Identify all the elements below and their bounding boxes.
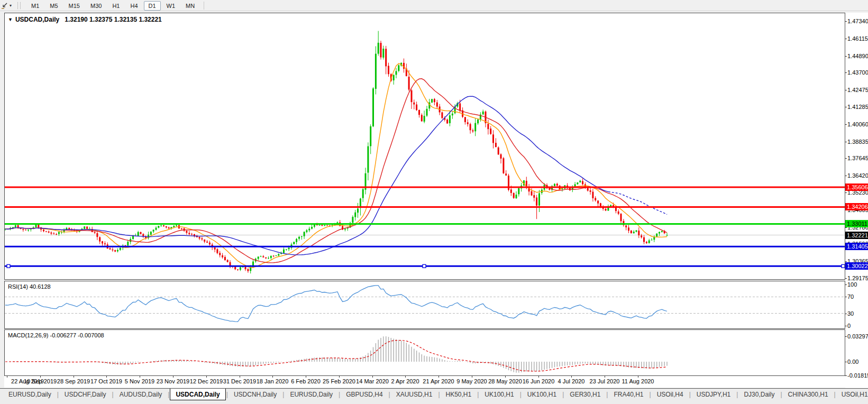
price-badge-1.33011: 1.33011	[845, 220, 868, 227]
tab-usdcad-daily[interactable]: USDCAD,Daily	[170, 389, 225, 400]
tab-eurusd-daily[interactable]: EURUSD,Daily	[3, 389, 57, 400]
date-tick	[505, 376, 506, 378]
rsi-tick-label: 30	[847, 310, 854, 317]
date-tick	[405, 376, 406, 378]
tab-usoil-h4[interactable]: USOil,H4	[652, 389, 689, 400]
macd-label: MACD(12,26,9) -0.006277 -0.007008	[8, 332, 104, 338]
tab-usdcnh-daily[interactable]: USDCNH,Daily	[229, 389, 282, 400]
macd-tick-label: 0.00	[847, 359, 858, 365]
tab-fra40-h1[interactable]: FRA40,H1	[608, 389, 648, 400]
price-badge-1.32221: 1.32221	[845, 232, 868, 239]
price-tick-label: 1.46115	[847, 35, 868, 42]
date-tick	[40, 376, 41, 378]
tab-gbpusd-h4[interactable]: GBPUSD,H4	[341, 389, 388, 400]
tab-ger30-h1[interactable]: GER30,H1	[564, 389, 606, 400]
price-badge-1.35606: 1.35606	[845, 183, 868, 191]
ma-slow-line-dashed-tail	[608, 192, 667, 215]
timeframe-button-M15[interactable]: M15	[64, 1, 85, 11]
date-tick	[206, 376, 207, 378]
date-tick	[7, 376, 7, 378]
timeframe-button-D1[interactable]: D1	[144, 1, 161, 11]
date-tick	[173, 376, 173, 378]
price-badge-1.30022: 1.30022	[845, 262, 868, 270]
toolbar-grip[interactable]	[17, 2, 21, 9]
dropdown-caret-icon[interactable]: ▾	[10, 3, 12, 8]
chart-title: ▼ USDCAD,Daily 1.32190 1.32375 1.32135 1…	[8, 16, 162, 23]
rsi-line	[5, 286, 667, 322]
tab-usoil-h1[interactable]: USOil,H1	[836, 389, 868, 400]
date-tick	[638, 376, 638, 378]
timeframe-button-M5[interactable]: M5	[45, 1, 62, 11]
date-tick	[339, 376, 340, 378]
price-tick-label: 1.42475	[847, 87, 868, 93]
tab-uk100-h1[interactable]: UK100,H1	[479, 389, 519, 400]
line-handle[interactable]	[842, 264, 845, 268]
date-tick	[472, 376, 472, 378]
rsi-tick-label: 0	[847, 323, 851, 329]
tab-uk100-h1[interactable]: UK100,H1	[522, 389, 562, 400]
price-tick-label: 1.47340	[847, 18, 868, 24]
line-tool-icon[interactable]	[1, 2, 8, 9]
price-badge-1.34206: 1.34206	[845, 203, 868, 210]
tab-bar: EURUSD,Daily|USDCHF,Daily|AUDUSD,Daily|U…	[0, 388, 868, 404]
price-tick-label: 1.38835	[847, 139, 868, 145]
timeframe-button-M30[interactable]: M30	[86, 1, 106, 11]
timeframe-button-H4[interactable]: H4	[125, 1, 142, 11]
tab-eurusd-daily[interactable]: EURUSD,Daily	[285, 389, 338, 400]
timeframe-button-MN[interactable]: MN	[181, 1, 199, 11]
price-tick-label: 1.29175	[847, 275, 868, 281]
date-axis: 22 Aug 201910 Sep 201928 Sep 201917 Oct …	[4, 376, 845, 388]
toolbar: ▾ M1M5M15M30H1H4D1W1MN	[0, 0, 868, 11]
price-axis: 1.473401.461151.448901.437001.424751.412…	[845, 13, 868, 388]
macd-tick-label: 0.032972	[847, 333, 868, 339]
date-tick	[106, 376, 107, 378]
timeframe-button-W1[interactable]: W1	[162, 1, 180, 11]
timeframe-button-H1[interactable]: H1	[107, 1, 124, 11]
date-tick	[571, 376, 572, 378]
price-tick-label: 1.36420	[847, 172, 868, 179]
tab-china300-h1[interactable]: CHINA300,H1	[783, 389, 834, 400]
date-tick	[240, 376, 240, 378]
price-chart-canvas[interactable]	[5, 13, 845, 279]
macd-tick-label: -0.018154	[847, 372, 868, 379]
date-tick	[140, 376, 140, 378]
price-tick-label: 1.43700	[847, 69, 868, 76]
rsi-canvas[interactable]	[5, 281, 845, 328]
tab-audusd-daily[interactable]: AUDUSD,Daily	[114, 389, 168, 400]
date-tick	[306, 376, 306, 378]
line-handle[interactable]	[7, 264, 10, 268]
date-tick	[605, 376, 605, 378]
tab-dj30-daily[interactable]: DJ30,Daily	[738, 389, 780, 400]
tab-usdchf-daily[interactable]: USDCHF,Daily	[59, 389, 112, 400]
price-badge-1.31405: 1.31405	[845, 243, 868, 250]
candles-layer	[5, 31, 668, 274]
tab-usdjpy-h1[interactable]: USDJPY,H1	[691, 389, 736, 400]
price-tick-label: 1.37645	[847, 155, 868, 161]
macd-canvas[interactable]	[5, 330, 845, 375]
collapse-caret-icon[interactable]: ▼	[8, 17, 13, 22]
timeframe-button-group: M1M5M15M30H1H4D1W1MN	[26, 1, 200, 11]
date-tick	[372, 376, 373, 378]
trading-terminal-window: ▾ M1M5M15M30H1H4D1W1MN ▼ USDCAD,Daily 1.…	[0, 0, 868, 404]
main-chart-panel: ▼ USDCAD,Daily 1.32190 1.32375 1.32135 1…	[4, 13, 845, 280]
date-tick	[272, 376, 273, 378]
price-tick-label: 1.41285	[847, 104, 868, 110]
line-handle[interactable]	[423, 264, 426, 268]
date-tick	[74, 376, 74, 378]
date-tick	[538, 376, 539, 378]
tab-xauusd-h1[interactable]: XAUUSD,H1	[391, 389, 438, 400]
toolbar-separator	[204, 2, 204, 10]
price-tick-label: 1.40060	[847, 121, 868, 127]
macd-panel: MACD(12,26,9) -0.006277 -0.007008	[4, 329, 845, 376]
rsi-panel: RSI(14) 40.6128	[4, 281, 845, 329]
macd-signal-line	[5, 341, 667, 372]
timeframe-button-M1[interactable]: M1	[26, 1, 44, 11]
rsi-tick-label: 70	[847, 293, 854, 300]
date-tick	[438, 376, 439, 378]
chart-symbol-label: USDCAD,Daily	[15, 16, 59, 23]
rsi-tick-label: 100	[847, 281, 857, 288]
ma-fast-line	[5, 63, 667, 268]
rsi-label: RSI(14) 40.6128	[8, 283, 51, 290]
date-label: 11 Aug 2020	[616, 378, 660, 384]
tab-hk50-h1[interactable]: HK50,H1	[441, 389, 477, 400]
